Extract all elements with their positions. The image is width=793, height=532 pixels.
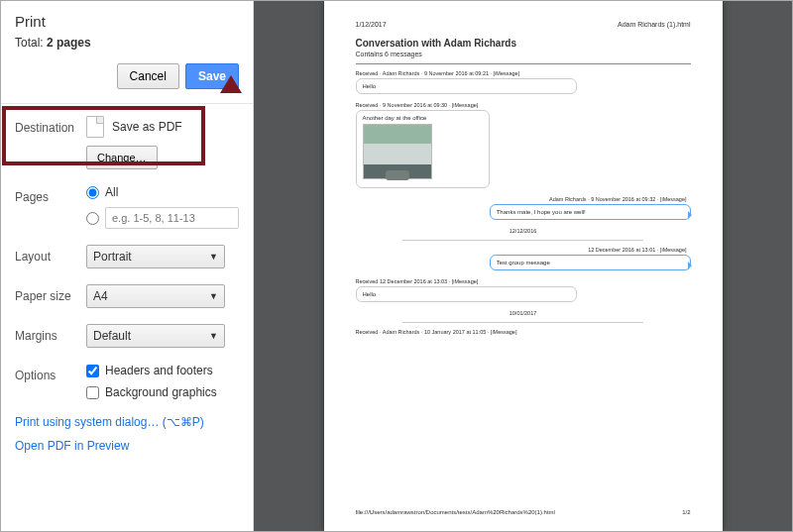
cancel-button[interactable]: Cancel <box>117 63 179 89</box>
headers-footers-label: Headers and footers <box>105 364 213 377</box>
pages-all-radio[interactable] <box>86 186 99 199</box>
message-bubble: Hello <box>356 78 577 94</box>
caret-down-icon: ▼ <box>209 331 218 341</box>
pages-custom-radio[interactable] <box>86 212 99 225</box>
page-header-filename: Adam Richards (1).html <box>618 21 691 28</box>
conversation-subtitle: Contains 6 messages <box>356 51 691 57</box>
page-footer-path: file:///Users/adamrawstron/Documents/tes… <box>356 509 555 515</box>
pages-custom-input[interactable] <box>105 207 239 229</box>
destination-label: Destination <box>15 116 86 135</box>
caret-down-icon: ▼ <box>209 291 218 301</box>
print-preview-area: 1/12/2017 Adam Richards (1).html Convers… <box>254 1 792 531</box>
page-footer-pagenum: 1/2 <box>682 509 690 515</box>
message-bubble: Test group message <box>490 255 691 270</box>
conversation-title: Conversation with Adam Richards <box>356 38 691 49</box>
margins-select[interactable]: Default▼ <box>86 324 225 348</box>
layout-select[interactable]: Portrait▼ <box>86 245 225 268</box>
background-graphics-checkbox[interactable] <box>86 386 99 399</box>
pages-all-label: All <box>105 185 118 199</box>
message-meta: Received · 9 November 2016 at 09:30 · [i… <box>356 102 691 108</box>
message-meta: Received 12 December 2016 at 13:03 · [iM… <box>356 278 691 284</box>
headers-footers-checkbox[interactable] <box>86 365 99 377</box>
page-header-date: 1/12/2017 <box>356 21 387 28</box>
background-graphics-label: Background graphics <box>105 385 217 399</box>
print-settings-panel: Print Total: 2 pages Cancel Save Destina… <box>1 1 254 531</box>
message-meta: Received · Adam Richards · 9 November 20… <box>356 70 691 76</box>
layout-label: Layout <box>15 245 86 264</box>
message-bubble: Another day at the office <box>356 110 490 188</box>
paper-size-label: Paper size <box>15 284 86 303</box>
pages-label: Pages <box>15 185 86 204</box>
message-meta: 12 December 2016 at 13:01 · [iMessage] <box>356 247 691 253</box>
destination-value: Save as PDF <box>112 120 182 134</box>
margins-label: Margins <box>15 324 86 343</box>
message-meta: Adam Richards · 9 November 2016 at 09:32… <box>356 196 691 202</box>
date-separator: 12/12/2016 <box>356 228 691 234</box>
options-label: Options <box>15 364 86 382</box>
save-button[interactable]: Save <box>185 63 239 89</box>
caret-down-icon: ▼ <box>209 252 218 262</box>
system-dialog-link[interactable]: Print using system dialog… (⌥⌘P) <box>15 415 239 429</box>
pdf-file-icon <box>86 116 104 138</box>
panel-title: Print <box>15 13 239 30</box>
attached-photo <box>363 124 432 179</box>
change-destination-button[interactable]: Change… <box>86 146 158 169</box>
total-pages: Total: 2 pages <box>15 36 239 50</box>
message-bubble: Hello <box>356 286 577 302</box>
preview-page-1: 1/12/2017 Adam Richards (1).html Convers… <box>324 1 723 531</box>
paper-size-select[interactable]: A4▼ <box>86 284 225 308</box>
open-pdf-preview-link[interactable]: Open PDF in Preview <box>15 439 239 453</box>
message-meta: Received · Adam Richards · 10 January 20… <box>356 329 691 335</box>
message-bubble: Thanks mate, I hope you are well! <box>490 204 691 220</box>
date-separator: 10/01/2017 <box>356 310 691 316</box>
